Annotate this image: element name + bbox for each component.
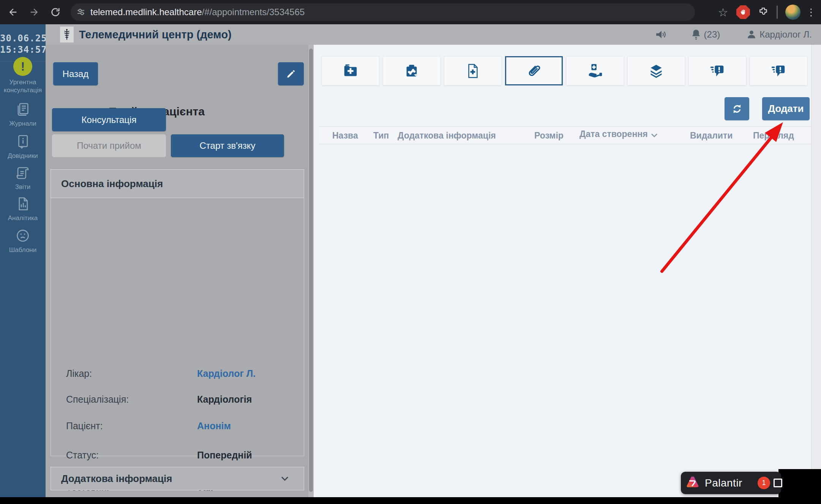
palantir-widget[interactable]: Palantir 1 — [681, 472, 781, 494]
puzzle-icon — [758, 6, 768, 16]
palantir-logo-icon — [685, 476, 700, 491]
column-size: Розмір — [534, 127, 564, 145]
adblock-extension-icon[interactable] — [736, 5, 750, 19]
back-arrow-icon — [8, 7, 18, 17]
comment-alert-icon — [770, 62, 787, 80]
attachments-panel: Додати Назва Тип Додаткова інформація Ро… — [314, 45, 821, 497]
start-visit-button[interactable]: Почати прийом — [52, 134, 166, 157]
comment-alert-icon — [709, 62, 726, 80]
site-info-icon[interactable] — [77, 8, 85, 16]
sidebar-item-journals[interactable]: Журнали — [0, 102, 46, 128]
add-button[interactable]: Додати — [762, 97, 810, 120]
hand-stop-icon — [739, 8, 747, 16]
extensions-puzzle-icon[interactable] — [758, 6, 768, 18]
field-row: Лікар: Кардіолог Л. — [66, 365, 294, 382]
tab-layers[interactable] — [627, 56, 685, 85]
url-path: /#/appointments/3534565 — [202, 7, 305, 17]
header-right-controls: (23) Кардіолог Л. — [655, 24, 821, 45]
doctor-link[interactable]: Кардіолог Л. — [197, 368, 256, 379]
user-icon — [747, 30, 756, 39]
speaker-icon — [655, 30, 667, 39]
right-scroll-track[interactable] — [811, 45, 821, 497]
column-delete: Видалити — [690, 127, 733, 145]
back-button[interactable]: Назад — [53, 62, 98, 85]
tab-medical-services[interactable] — [566, 56, 624, 85]
bottom-bar — [0, 497, 821, 504]
url-host: telemed.medlink.healthcare — [90, 7, 202, 17]
caduceus-icon — [60, 27, 74, 43]
app-title: Телемедичний центр (демо) — [79, 28, 232, 41]
chrome-right-controls: ☆ ⋮ — [714, 0, 821, 24]
tab-new-document[interactable] — [444, 56, 502, 85]
column-name: Назва — [332, 127, 358, 145]
layers-icon — [647, 62, 665, 80]
tab-xray-results[interactable] — [383, 56, 440, 85]
urgent-exclamation-icon: ! — [13, 57, 32, 76]
attachments-table-header: Назва Тип Додаткова інформація Розмір Да… — [319, 126, 815, 144]
additional-info-section-header[interactable]: Додаткова інформація — [51, 467, 304, 490]
clock-time: 15:34:57 — [0, 44, 46, 55]
tab-attachments[interactable] — [505, 56, 563, 85]
notifications-button[interactable]: (23) — [691, 29, 720, 40]
templates-face-icon — [15, 228, 31, 244]
chrome-separator — [777, 6, 778, 19]
tab-comments-2[interactable] — [750, 56, 807, 85]
clock-date: 30.06.25 — [0, 33, 46, 44]
refresh-icon — [731, 103, 743, 115]
reports-scroll-icon — [14, 165, 31, 181]
application-window: telemed.medlink.healthcare/#/appointment… — [0, 0, 821, 504]
browser-profile-avatar[interactable] — [785, 5, 800, 20]
reload-icon — [50, 7, 61, 17]
palantir-name: Palantir — [705, 477, 742, 489]
journals-icon — [14, 102, 31, 117]
browser-chrome: telemed.medlink.healthcare/#/appointment… — [0, 0, 821, 24]
main-info-title: Основна інформація — [61, 178, 163, 190]
bookmark-star-icon[interactable]: ☆ — [714, 6, 732, 19]
bell-icon — [691, 29, 701, 40]
appointment-panel: Назад Прийом пацієнта Консультація Почат… — [46, 45, 308, 497]
column-preview: Перегляд — [753, 127, 794, 145]
browser-back-button[interactable] — [5, 4, 21, 20]
main-info-body: Лікар: Кардіолог Л. Спеціалізація: Карді… — [51, 198, 304, 456]
user-menu[interactable]: Кардіолог Л. — [747, 29, 812, 40]
consultation-button[interactable]: Консультація — [52, 108, 166, 131]
additional-info-title: Додаткова інформація — [61, 473, 172, 485]
palantir-window-button[interactable] — [774, 479, 782, 487]
column-created-sort[interactable]: Дата створення — [579, 125, 658, 143]
palantir-badge: 1 — [758, 477, 770, 489]
analytics-icon — [15, 196, 31, 212]
field-row: Пацієнт: Анонім — [66, 417, 294, 434]
field-row: Спеціалізація: Кардіологія — [66, 391, 294, 408]
sidebar-item-analytics[interactable]: Аналітика — [0, 196, 46, 222]
document-plus-icon — [464, 62, 482, 80]
browser-reload-button[interactable] — [47, 4, 64, 20]
tab-medical-folder[interactable] — [322, 56, 379, 85]
forward-arrow-icon — [29, 7, 39, 17]
browser-forward-button[interactable] — [26, 4, 43, 20]
app-header: Телемедичний центр (демо) (23) Кардіолог… — [46, 24, 821, 45]
column-extra: Додаткова інформація — [398, 127, 496, 145]
browser-menu-icon[interactable]: ⋮ — [804, 6, 819, 18]
user-name: Кардіолог Л. — [759, 29, 812, 40]
patient-link[interactable]: Анонім — [197, 421, 231, 432]
sidebar-item-reports[interactable]: Звіти — [0, 165, 46, 191]
hand-medkit-icon — [586, 62, 604, 80]
tab-comments-1[interactable] — [688, 56, 746, 85]
sort-chevron-down-icon — [651, 133, 658, 137]
pencil-icon — [286, 69, 296, 79]
column-type: Тип — [373, 127, 389, 145]
start-call-button[interactable]: Старт зв'язку — [171, 134, 284, 157]
sidebar-item-urgent-consultation[interactable]: ! Ургентна консультація — [0, 57, 46, 94]
sidebar-clock: 30.06.25 15:34:57 — [0, 24, 46, 62]
refresh-button[interactable] — [725, 97, 749, 120]
sidebar-item-directories[interactable]: Довідники — [0, 134, 46, 160]
paperclip-icon — [525, 62, 543, 80]
url-bar[interactable]: telemed.medlink.healthcare/#/appointment… — [71, 3, 695, 21]
sidebar: 30.06.25 15:34:57 ! Ургентна консультаці… — [0, 24, 46, 497]
panel-scrollbar[interactable] — [308, 45, 314, 497]
sidebar-item-templates[interactable]: Шаблони — [0, 228, 46, 254]
volume-button[interactable] — [655, 30, 667, 39]
edit-button[interactable] — [278, 62, 304, 85]
scrollbar-thumb[interactable] — [309, 49, 313, 492]
notification-count: (23) — [704, 29, 720, 40]
